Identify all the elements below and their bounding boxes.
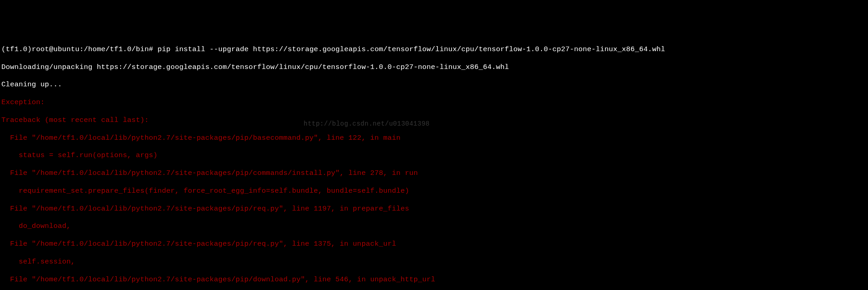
traceback-frame-code: self.session, xyxy=(1,258,867,266)
exception-label: Exception: xyxy=(1,98,867,107)
prompt-line[interactable]: (tf1.0)root@ubuntu:/home/tf1.0/bin# pip … xyxy=(1,45,867,54)
output-downloading: Downloading/unpacking https://storage.go… xyxy=(1,63,867,72)
output-cleaning: Cleaning up... xyxy=(1,80,867,89)
traceback-header: Traceback (most recent call last): xyxy=(1,116,867,125)
traceback-frame-file: File "/home/tf1.0/local/lib/python2.7/si… xyxy=(1,275,867,284)
traceback-frame-file: File "/home/tf1.0/local/lib/python2.7/si… xyxy=(1,134,867,142)
traceback-frame-code: do_download, xyxy=(1,222,867,231)
traceback-frame-code: requirement_set.prepare_files(finder, fo… xyxy=(1,187,867,195)
traceback-frame-file: File "/home/tf1.0/local/lib/python2.7/si… xyxy=(1,205,867,213)
traceback-frame-code: status = self.run(options, args) xyxy=(1,151,867,160)
prompt-userhost: root@ubuntu:/home/tf1.0/bin# xyxy=(32,45,153,53)
command-text: pip install --upgrade https://storage.go… xyxy=(158,45,665,53)
traceback-frame-file: File "/home/tf1.0/local/lib/python2.7/si… xyxy=(1,169,867,178)
terminal-output[interactable]: (tf1.0)root@ubuntu:/home/tf1.0/bin# pip … xyxy=(1,37,867,290)
prompt-env: (tf1.0) xyxy=(1,45,32,53)
traceback-frame-file: File "/home/tf1.0/local/lib/python2.7/si… xyxy=(1,240,867,248)
